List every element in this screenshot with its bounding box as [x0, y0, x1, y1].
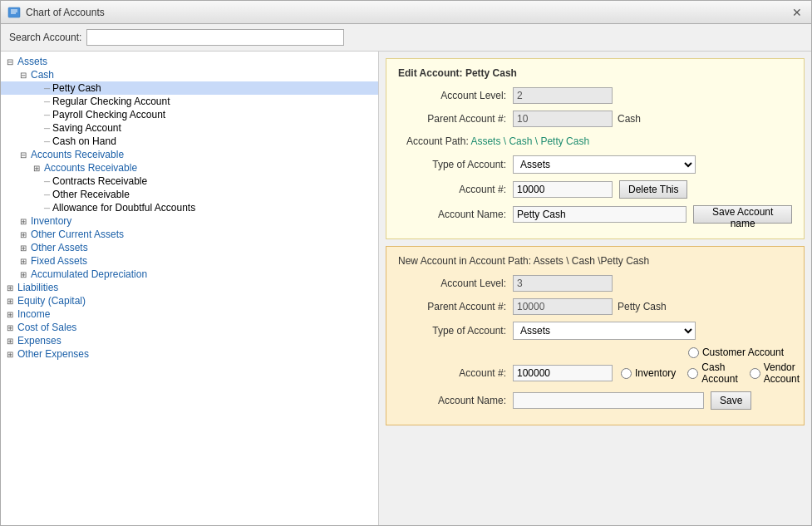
cash-account-label: Cash Account	[701, 361, 737, 385]
new-type-select[interactable]: Assets Liabilities Equity Income Cost of…	[513, 322, 696, 340]
customer-account-label: Customer Account	[702, 347, 784, 358]
tree-toggle-inventory: ⊞	[17, 215, 29, 227]
account-level-label: Account Level:	[398, 90, 506, 101]
connector-saving-account: ─	[44, 124, 50, 133]
search-label: Search Account:	[9, 32, 81, 43]
account-num-label: Account #:	[398, 184, 506, 195]
tree-item-saving-account[interactable]: ─ Saving Account	[1, 121, 378, 135]
vendor-account-radio-label[interactable]: Vendor Account	[750, 361, 800, 385]
tree-item-regular-checking[interactable]: ─ Regular Checking Account	[1, 95, 378, 108]
connector-payroll-checking: ─	[44, 111, 50, 120]
app-icon	[7, 6, 21, 19]
tree-label-accounts-receivable: Accounts Receivable	[44, 162, 137, 174]
new-account-name-row: Account Name: Save	[398, 391, 792, 410]
customer-account-radio-label[interactable]: Customer Account	[688, 347, 784, 358]
tree-toggle-other-expenses: ⊞	[4, 348, 16, 360]
tree-item-accounts-receivable[interactable]: ⊞Accounts Receivable	[1, 161, 378, 175]
tree-toggle-accumulated-depreciation: ⊞	[17, 268, 29, 280]
type-account-row: Type of Account: Assets	[398, 155, 792, 174]
cash-account-radio-label[interactable]: Cash Account	[687, 361, 737, 385]
delete-button[interactable]: Delete This	[619, 180, 687, 199]
customer-account-radio[interactable]	[688, 347, 699, 358]
connector-petty-cash: ─	[44, 84, 50, 93]
type-select[interactable]: Assets	[513, 155, 696, 174]
new-account-level-label: Account Level:	[398, 278, 506, 289]
tree-toggle-accounts-receivable-grp: ⊟	[17, 149, 29, 160]
tree-item-accounts-receivable-grp[interactable]: ⊟Accounts Receivable	[1, 148, 378, 161]
new-account-name-input[interactable]	[513, 392, 704, 409]
tree-toggle-cost-of-sales: ⊞	[4, 322, 16, 333]
tree-item-equity[interactable]: ⊞Equity (Capital)	[1, 294, 378, 307]
tree-label-accumulated-depreciation: Accumulated Depreciation	[31, 268, 147, 280]
tree-item-allowance-doubtful[interactable]: ─ Allowance for Doubtful Accounts	[1, 201, 378, 214]
tree-item-income[interactable]: ⊞Income	[1, 307, 378, 321]
tree-item-payroll-checking[interactable]: ─ Payroll Checking Account	[1, 108, 378, 121]
tree-label-contracts-receivable: Contracts Receivable	[52, 175, 147, 187]
tree-toggle-saving-account	[31, 122, 42, 134]
account-path-value: Assets \ Cash \ Petty Cash	[470, 135, 589, 147]
account-num-input[interactable]	[513, 181, 613, 198]
tree-label-expenses: Expenses	[17, 335, 62, 347]
new-save-button[interactable]: Save	[711, 391, 751, 410]
tree-item-other-expenses[interactable]: ⊞Other Expenses	[1, 347, 378, 361]
tree-toggle-income: ⊞	[4, 308, 16, 320]
tree-item-contracts-receivable[interactable]: ─ Contracts Receivable	[1, 175, 378, 188]
account-name-label: Account Name:	[398, 209, 506, 220]
tree-item-expenses[interactable]: ⊞Expenses	[1, 334, 378, 347]
tree-item-fixed-assets[interactable]: ⊞Fixed Assets	[1, 254, 378, 268]
new-section-path: Assets \ Cash \Petty Cash	[534, 255, 649, 267]
account-level-input	[513, 87, 613, 104]
tree-label-inventory: Inventory	[31, 215, 71, 227]
new-section-title: New Account in Account Path: Assets \ Ca…	[398, 255, 792, 267]
inventory-radio-label[interactable]: Inventory	[621, 367, 676, 379]
radio-group: Inventory Cash Account Vendor Account	[621, 361, 800, 385]
tree-toggle-expenses: ⊞	[4, 335, 16, 347]
vendor-account-radio[interactable]	[750, 368, 760, 379]
tree-label-regular-checking: Regular Checking Account	[52, 96, 170, 107]
parent-account-name: Cash	[618, 113, 641, 125]
tree-toggle-petty-cash	[31, 82, 42, 94]
tree-item-other-assets[interactable]: ⊞Other Assets	[1, 241, 378, 254]
tree-item-liabilities[interactable]: ⊞Liabilities	[1, 281, 378, 294]
tree-item-other-current-assets[interactable]: ⊞Other Current Assets	[1, 228, 378, 241]
connector-cash-on-hand: ─	[44, 137, 50, 146]
new-parent-input	[513, 298, 613, 315]
tree-toggle-allowance-doubtful	[31, 202, 42, 214]
tree-toggle-assets: ⊟	[4, 56, 16, 67]
tree-label-petty-cash: Petty Cash	[52, 82, 101, 94]
account-name-input[interactable]	[513, 206, 687, 223]
edit-section-title: Edit Account: Petty Cash	[398, 67, 792, 79]
main-content: ⊟Assets⊟Cash─ Petty Cash─ Regular Checki…	[1, 52, 811, 525]
tree-item-petty-cash[interactable]: ─ Petty Cash	[1, 81, 378, 95]
tree-label-accounts-receivable-grp: Accounts Receivable	[31, 149, 124, 160]
connector-other-receivable: ─	[44, 190, 50, 199]
connector-contracts-receivable: ─	[44, 177, 50, 186]
tree-toggle-liabilities: ⊞	[4, 282, 16, 293]
new-account-level-input	[513, 275, 613, 292]
tree-item-other-receivable[interactable]: ─ Other Receivable	[1, 188, 378, 201]
tree-toggle-other-current-assets: ⊞	[17, 229, 29, 240]
tree-label-income: Income	[17, 308, 50, 320]
title-bar: Chart of Accounts ✕	[1, 1, 811, 24]
save-account-name-button[interactable]: Save Account name	[693, 205, 792, 224]
tree-item-cash[interactable]: ⊟Cash	[1, 68, 378, 81]
close-button[interactable]: ✕	[790, 5, 805, 20]
search-bar: Search Account:	[1, 24, 811, 52]
cash-account-radio[interactable]	[687, 368, 698, 379]
tree-item-cash-on-hand[interactable]: ─ Cash on Hand	[1, 135, 378, 148]
new-type-label: Type of Account:	[398, 325, 506, 337]
new-account-num-input[interactable]	[513, 365, 613, 381]
tree-item-inventory[interactable]: ⊞Inventory	[1, 214, 378, 228]
new-parent-label: Parent Account #:	[398, 301, 506, 312]
tree-label-other-current-assets: Other Current Assets	[31, 229, 124, 240]
tree-item-cost-of-sales[interactable]: ⊞Cost of Sales	[1, 321, 378, 334]
inventory-radio[interactable]	[621, 368, 632, 379]
tree-item-accumulated-depreciation[interactable]: ⊞Accumulated Depreciation	[1, 268, 378, 281]
new-account-num-row: Account #: Inventory Cash Account	[398, 361, 792, 385]
chart-of-accounts-window: Chart of Accounts ✕ Search Account: ⊟Ass…	[0, 0, 812, 526]
search-input[interactable]	[86, 29, 344, 46]
tree-item-assets[interactable]: ⊟Assets	[1, 55, 378, 68]
parent-account-row: Parent Account #: Cash	[398, 111, 792, 127]
new-parent-name: Petty Cash	[618, 301, 667, 312]
tree-label-cash-on-hand: Cash on Hand	[52, 135, 116, 147]
